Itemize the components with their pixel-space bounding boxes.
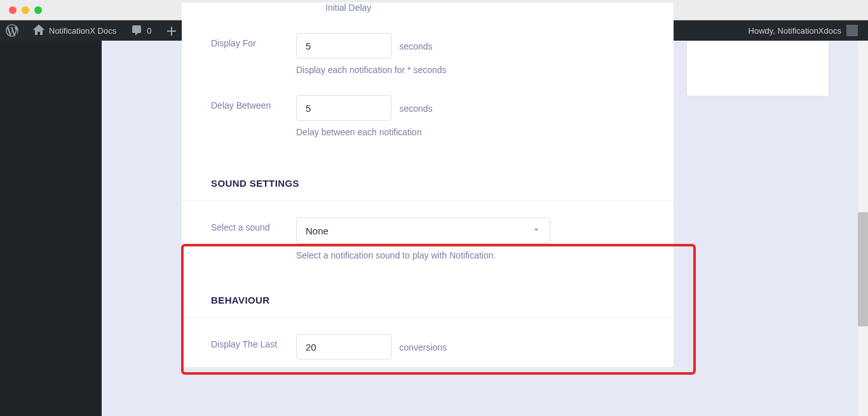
- site-name-link[interactable]: NotificationX Docs: [27, 20, 122, 41]
- chevron-down-icon: [532, 225, 541, 236]
- display-last-unit: conversions: [399, 342, 447, 352]
- behaviour-heading: BEHAVIOUR: [182, 279, 674, 317]
- select-sound-help: Select a notification sound to play with…: [296, 244, 674, 262]
- select-sound-value: None: [306, 225, 329, 236]
- select-sound-label: Select a sound: [182, 217, 296, 232]
- section-divider: [182, 200, 674, 201]
- comment-icon: [130, 24, 143, 37]
- wp-logo-menu[interactable]: [0, 20, 24, 41]
- settings-card: Initial Delay Display For seconds Displa…: [182, 3, 674, 367]
- sidebar-widget: Increase Sales in 2020: [686, 41, 829, 97]
- window-maximize-icon[interactable]: [34, 6, 42, 14]
- page-stage: Initial Delay Display For seconds Displa…: [0, 41, 868, 416]
- display-for-row: Display For seconds Display each notific…: [182, 27, 674, 76]
- initial-delay-help: Initial Delay: [182, 3, 674, 14]
- comments-count: 0: [147, 26, 151, 36]
- section-divider-2: [182, 317, 674, 318]
- display-for-label: Display For: [182, 33, 296, 48]
- window-close-icon[interactable]: [9, 6, 17, 14]
- scrollbar-vertical[interactable]: [858, 41, 868, 416]
- sound-settings-heading: SOUND SETTINGS: [182, 163, 674, 200]
- scrollbar-thumb[interactable]: [858, 212, 868, 326]
- avatar-icon: [846, 25, 858, 36]
- wordpress-logo-icon: [6, 24, 18, 37]
- howdy-text: Howdy, NotificationXdocs: [749, 26, 841, 36]
- delay-between-help: Delay between each notification: [296, 121, 674, 138]
- my-account-link[interactable]: Howdy, NotificationXdocs: [743, 20, 863, 41]
- window-minimize-icon[interactable]: [22, 6, 29, 14]
- plus-icon: [165, 24, 178, 37]
- display-last-label: Display The Last: [182, 334, 296, 349]
- display-last-input[interactable]: [296, 334, 391, 359]
- delay-between-row: Delay Between seconds Delay between each…: [182, 89, 674, 138]
- site-title-text: NotificationX Docs: [49, 26, 116, 36]
- display-for-help: Display each notification for * seconds: [296, 58, 674, 76]
- delay-between-input[interactable]: [296, 95, 391, 121]
- display-for-unit: seconds: [399, 41, 432, 51]
- home-icon: [32, 24, 45, 37]
- display-for-input[interactable]: [296, 33, 391, 58]
- select-sound-dropdown[interactable]: None: [296, 217, 550, 244]
- select-sound-row: Select a sound None Select a notificatio…: [182, 211, 674, 262]
- delay-between-unit: seconds: [399, 104, 432, 114]
- delay-between-label: Delay Between: [182, 95, 296, 111]
- wp-admin-sidebar[interactable]: [0, 41, 102, 416]
- display-last-row: Display The Last conversions: [182, 328, 674, 359]
- comments-link[interactable]: 0: [125, 20, 157, 41]
